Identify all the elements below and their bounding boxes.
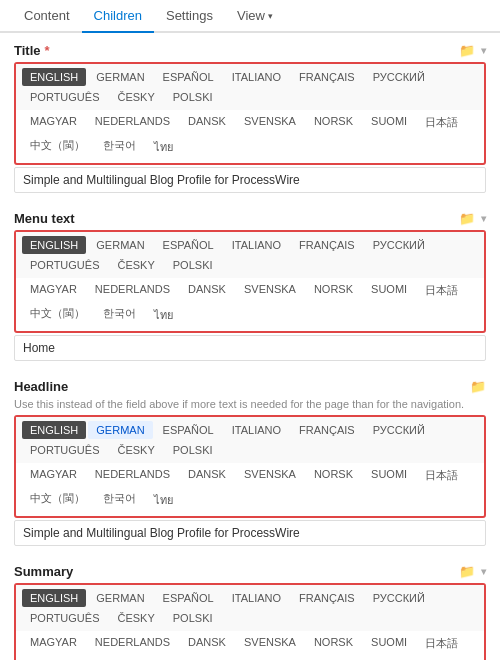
menu-text-lang-thai[interactable]: ไทย	[146, 303, 181, 327]
summary-lang-thai[interactable]: ไทย	[146, 656, 181, 660]
summary-folder-icon[interactable]: 📁	[459, 564, 475, 579]
menu-text-lang-italiano[interactable]: ITALIANO	[224, 236, 289, 254]
title-lang-polski[interactable]: POLSKI	[165, 88, 221, 106]
menu-text-lang-cesky[interactable]: ČESKY	[109, 256, 162, 274]
summary-field-label: Summary 📁 ▾	[14, 564, 486, 579]
title-lang-thai[interactable]: ไทย	[146, 135, 181, 159]
menu-text-lang-francais[interactable]: FRANÇAIS	[291, 236, 363, 254]
headline-lang-chinese[interactable]: 中文（閩）	[22, 488, 93, 512]
summary-lang-tabs-row1: ENGLISH GERMAN ESPAÑOL ITALIANO FRANÇAIS…	[16, 585, 484, 631]
menu-text-lang-german[interactable]: GERMAN	[88, 236, 152, 254]
title-required-star: *	[45, 43, 50, 58]
summary-lang-nederlands[interactable]: NEDERLANDS	[87, 633, 178, 654]
menu-text-lang-japanese[interactable]: 日本語	[417, 280, 466, 301]
summary-lang-tabs-wrapper: ENGLISH GERMAN ESPAÑOL ITALIANO FRANÇAIS…	[14, 583, 486, 660]
menu-text-lang-suomi[interactable]: SUOMI	[363, 280, 415, 301]
headline-lang-tabs-wrapper: ENGLISH GERMAN ESPAÑOL ITALIANO FRANÇAIS…	[14, 415, 486, 518]
title-chevron-icon[interactable]: ▾	[481, 45, 486, 56]
summary-lang-francais[interactable]: FRANÇAIS	[291, 589, 363, 607]
tab-content[interactable]: Content	[12, 0, 82, 33]
summary-lang-portuguese[interactable]: PORTUGUÊS	[22, 609, 107, 627]
title-lang-english[interactable]: ENGLISH	[22, 68, 86, 86]
summary-lang-cesky[interactable]: ČESKY	[109, 609, 162, 627]
summary-lang-espanol[interactable]: ESPAÑOL	[155, 589, 222, 607]
headline-lang-norsk[interactable]: NORSK	[306, 465, 361, 486]
headline-lang-dansk[interactable]: DANSK	[180, 465, 234, 486]
summary-lang-chinese[interactable]: 中文（閩）	[22, 656, 93, 660]
menu-text-lang-portuguese[interactable]: PORTUGUÊS	[22, 256, 107, 274]
title-lang-espanol[interactable]: ESPAÑOL	[155, 68, 222, 86]
summary-lang-suomi[interactable]: SUOMI	[363, 633, 415, 654]
menu-text-folder-icon[interactable]: 📁	[459, 211, 475, 226]
headline-lang-francais[interactable]: FRANÇAIS	[291, 421, 363, 439]
summary-lang-russian[interactable]: РУССКИЙ	[365, 589, 433, 607]
headline-lang-cesky[interactable]: ČESKY	[109, 441, 162, 459]
menu-text-lang-espanol[interactable]: ESPAÑOL	[155, 236, 222, 254]
title-lang-russian[interactable]: РУССКИЙ	[365, 68, 433, 86]
title-field-section: Title * 📁 ▾ ENGLISH GERMAN ESPAÑOL ITALI…	[14, 43, 486, 193]
menu-text-lang-polski[interactable]: POLSKI	[165, 256, 221, 274]
title-lang-tabs-row1: ENGLISH GERMAN ESPAÑOL ITALIANO FRANÇAIS…	[16, 64, 484, 110]
menu-text-lang-russian[interactable]: РУССКИЙ	[365, 236, 433, 254]
headline-lang-polski[interactable]: POLSKI	[165, 441, 221, 459]
summary-lang-german[interactable]: GERMAN	[88, 589, 152, 607]
title-lang-dansk[interactable]: DANSK	[180, 112, 234, 133]
menu-text-lang-dansk[interactable]: DANSK	[180, 280, 234, 301]
menu-text-chevron-icon[interactable]: ▾	[481, 213, 486, 224]
title-lang-portuguese[interactable]: PORTUGUÊS	[22, 88, 107, 106]
title-lang-svenska[interactable]: SVENSKA	[236, 112, 304, 133]
menu-text-lang-chinese[interactable]: 中文（閩）	[22, 303, 93, 327]
tab-settings[interactable]: Settings	[154, 0, 225, 33]
title-lang-chinese[interactable]: 中文（閩）	[22, 135, 93, 159]
menu-text-lang-magyar[interactable]: MAGYAR	[22, 280, 85, 301]
title-lang-korean[interactable]: 한국어	[95, 135, 144, 159]
title-lang-german[interactable]: GERMAN	[88, 68, 152, 86]
headline-lang-suomi[interactable]: SUOMI	[363, 465, 415, 486]
tab-view[interactable]: View ▾	[225, 0, 285, 33]
title-input[interactable]: Simple and Multilingual Blog Profile for…	[14, 167, 486, 193]
summary-lang-magyar[interactable]: MAGYAR	[22, 633, 85, 654]
headline-lang-svenska[interactable]: SVENSKA	[236, 465, 304, 486]
title-folder-icon[interactable]: 📁	[459, 43, 475, 58]
title-lang-suomi[interactable]: SUOMI	[363, 112, 415, 133]
summary-chevron-icon[interactable]: ▾	[481, 566, 486, 577]
menu-text-lang-nederlands[interactable]: NEDERLANDS	[87, 280, 178, 301]
title-lang-nederlands[interactable]: NEDERLANDS	[87, 112, 178, 133]
summary-lang-english[interactable]: ENGLISH	[22, 589, 86, 607]
menu-text-lang-english[interactable]: ENGLISH	[22, 236, 86, 254]
title-lang-japanese[interactable]: 日本語	[417, 112, 466, 133]
summary-lang-norsk[interactable]: NORSK	[306, 633, 361, 654]
summary-lang-korean[interactable]: 한국어	[95, 656, 144, 660]
headline-lang-magyar[interactable]: MAGYAR	[22, 465, 85, 486]
menu-text-lang-norsk[interactable]: NORSK	[306, 280, 361, 301]
headline-lang-german[interactable]: GERMAN	[88, 421, 152, 439]
title-lang-cesky[interactable]: ČESKY	[109, 88, 162, 106]
top-tabs-bar: Content Children Settings View ▾	[0, 0, 500, 33]
menu-text-lang-korean[interactable]: 한국어	[95, 303, 144, 327]
headline-input[interactable]: Simple and Multilingual Blog Profile for…	[14, 520, 486, 546]
headline-lang-english[interactable]: ENGLISH	[22, 421, 86, 439]
headline-field-label: Headline 📁	[14, 379, 486, 394]
summary-lang-svenska[interactable]: SVENSKA	[236, 633, 304, 654]
title-lang-francais[interactable]: FRANÇAIS	[291, 68, 363, 86]
tab-children[interactable]: Children	[82, 0, 154, 33]
summary-field-section: Summary 📁 ▾ ENGLISH GERMAN ESPAÑOL ITALI…	[14, 564, 486, 660]
title-lang-magyar[interactable]: MAGYAR	[22, 112, 85, 133]
headline-lang-russian[interactable]: РУССКИЙ	[365, 421, 433, 439]
summary-lang-polski[interactable]: POLSKI	[165, 609, 221, 627]
title-lang-norsk[interactable]: NORSK	[306, 112, 361, 133]
menu-text-input[interactable]: Home	[14, 335, 486, 361]
summary-lang-japanese[interactable]: 日本語	[417, 633, 466, 654]
headline-lang-nederlands[interactable]: NEDERLANDS	[87, 465, 178, 486]
headline-lang-japanese[interactable]: 日本語	[417, 465, 466, 486]
headline-lang-portuguese[interactable]: PORTUGUÊS	[22, 441, 107, 459]
headline-folder-icon[interactable]: 📁	[470, 379, 486, 394]
headline-lang-espanol[interactable]: ESPAÑOL	[155, 421, 222, 439]
headline-lang-italiano[interactable]: ITALIANO	[224, 421, 289, 439]
summary-lang-italiano[interactable]: ITALIANO	[224, 589, 289, 607]
headline-lang-korean[interactable]: 한국어	[95, 488, 144, 512]
summary-lang-dansk[interactable]: DANSK	[180, 633, 234, 654]
title-lang-italiano[interactable]: ITALIANO	[224, 68, 289, 86]
headline-lang-thai[interactable]: ไทย	[146, 488, 181, 512]
menu-text-lang-svenska[interactable]: SVENSKA	[236, 280, 304, 301]
